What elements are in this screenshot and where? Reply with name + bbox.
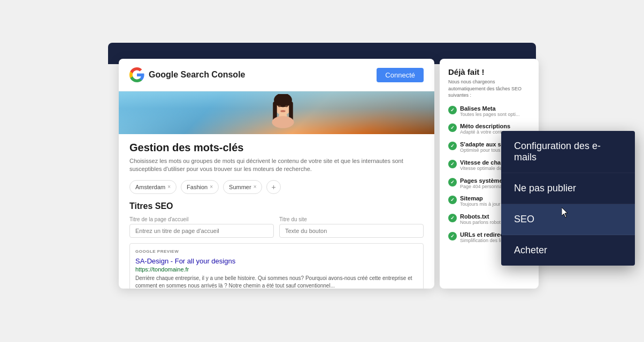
task-text: Balises Meta Toutes les pages sont opti.… <box>460 105 520 118</box>
tag-add-button[interactable]: + <box>266 180 280 194</box>
homepage-title-label: Titre de la page d'accueil <box>129 216 274 222</box>
preview-link[interactable]: SA-Design - For all your designs <box>135 257 418 265</box>
svg-point-4 <box>278 105 281 107</box>
seo-form-row: Titre de la page d'accueil Titre du site <box>129 216 424 238</box>
task-check-icon <box>448 160 457 168</box>
task-item: Balises Meta Toutes les pages sont opti.… <box>448 105 530 118</box>
hero-image <box>119 91 434 134</box>
tag-summer[interactable]: Summer × <box>223 180 262 194</box>
preview-url: https://tondomaine.fr <box>135 266 418 273</box>
card-title: Google Search Console <box>149 70 245 80</box>
dropdown-item[interactable]: Ne pas publier <box>501 173 635 204</box>
main-card: Google Search Console Connecté <box>119 59 434 289</box>
right-panel-title: Déjà fait ! <box>448 67 530 76</box>
preview-label: GOOGLE PREVIEW <box>135 249 418 254</box>
homepage-title-input[interactable] <box>129 224 274 238</box>
tag-fashion[interactable]: Fashion × <box>181 180 219 194</box>
right-panel-subtitle: Nous nous chargeons automatiquement des … <box>448 79 530 99</box>
tag-amsterdam-remove-icon[interactable]: × <box>167 184 171 190</box>
svg-point-6 <box>280 110 285 112</box>
task-name: Méto descriptions <box>460 123 510 129</box>
task-check-icon <box>448 178 457 186</box>
task-check-icon <box>448 142 457 150</box>
homepage-title-group: Titre de la page d'accueil <box>129 216 274 238</box>
google-logo-area: Google Search Console <box>129 67 245 82</box>
scene: Google Search Console Connecté <box>108 43 536 299</box>
tag-summer-remove-icon[interactable]: × <box>254 184 257 190</box>
card-header: Google Search Console Connecté <box>119 59 434 91</box>
dropdown-item[interactable]: Configuration des e-mails <box>501 131 635 173</box>
keywords-section-desc: Choisissez les mots ou groupes de mots q… <box>129 157 424 174</box>
task-text: Robots.txt Nous parlons robot <box>460 213 501 226</box>
tags-row: Amsterdam × Fashion × Summer × + <box>129 180 424 194</box>
cursor-icon <box>562 207 570 218</box>
task-desc: Nous parlons robot <box>460 220 501 226</box>
dropdown-menu: Configuration des e-mailsNe pas publierS… <box>501 131 635 266</box>
task-name: Robots.txt <box>460 213 501 220</box>
google-logo-icon <box>129 67 144 82</box>
task-check-icon <box>448 123 457 132</box>
card-content: Gestion des mots-clés Choisissez les mot… <box>119 134 434 289</box>
task-name: Sitemap <box>460 195 501 201</box>
task-check-icon <box>448 196 457 204</box>
keywords-section-title: Gestion des mots-clés <box>129 142 424 154</box>
hero-person-icon <box>267 94 299 134</box>
task-check-icon <box>448 214 457 222</box>
dropdown-item[interactable]: Acheter <box>501 235 635 266</box>
seo-titles-heading: Titres SEO <box>129 201 424 211</box>
task-check-icon <box>448 106 457 114</box>
svg-point-5 <box>285 105 288 107</box>
task-name: Balises Meta <box>460 105 520 112</box>
task-desc: Toujours mis à jour <box>460 201 501 208</box>
site-title-input[interactable] <box>279 224 424 238</box>
tag-fashion-remove-icon[interactable]: × <box>210 184 213 190</box>
site-title-label: Titre du site <box>279 216 424 222</box>
task-desc: Toutes les pages sont opti... <box>460 112 520 118</box>
site-title-group: Titre du site <box>279 216 424 238</box>
preview-description: Derrière chaque entreprise, il y a une b… <box>135 275 418 289</box>
tag-amsterdam[interactable]: Amsterdam × <box>129 180 177 194</box>
connected-button[interactable]: Connecté <box>377 68 424 82</box>
google-preview-box: GOOGLE PREVIEW SA-Design - For all your … <box>129 243 424 289</box>
task-check-icon <box>448 232 457 240</box>
svg-point-8 <box>272 116 294 128</box>
task-text: Sitemap Toujours mis à jour <box>460 195 501 208</box>
